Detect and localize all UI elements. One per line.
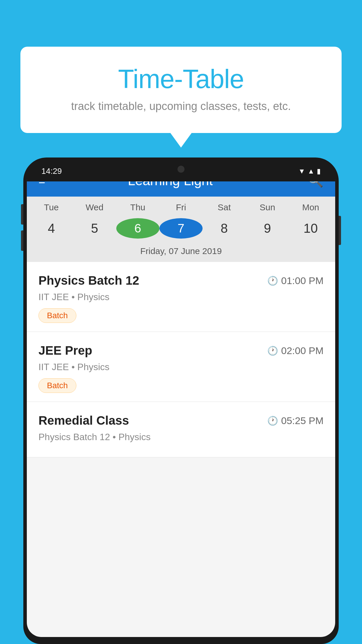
- day-labels: Tue Wed Thu Fri Sat Sun Mon: [27, 202, 335, 215]
- class-card-3[interactable]: Remedial Class 🕐 05:25 PM Physics Batch …: [27, 402, 335, 457]
- class-time-text-3: 05:25 PM: [281, 415, 324, 426]
- class-time-1: 🕐 01:00 PM: [267, 275, 324, 286]
- day-10[interactable]: 10: [289, 221, 332, 236]
- class-meta-1: IIT JEE • Physics: [38, 292, 324, 302]
- phone-mockup: 14:29 ▼ ▲ ▮ ≡ Learning Light 🔍 Tue: [23, 158, 339, 644]
- class-card-1[interactable]: Physics Batch 12 🕐 01:00 PM IIT JEE • Ph…: [27, 262, 335, 332]
- signal-icon: ▲: [307, 167, 314, 175]
- bubble-subtitle: track timetable, upcoming classes, tests…: [44, 100, 318, 113]
- day-7-selected[interactable]: 7: [159, 218, 203, 239]
- camera: [178, 166, 184, 173]
- day-9[interactable]: 9: [246, 221, 289, 236]
- batch-badge-1: Batch: [38, 308, 76, 323]
- wifi-icon: ▼: [298, 167, 305, 175]
- clock-icon-2: 🕐: [267, 346, 278, 356]
- class-time-text-2: 02:00 PM: [281, 345, 324, 356]
- day-label-sat: Sat: [203, 202, 246, 212]
- day-6-today[interactable]: 6: [116, 218, 159, 239]
- day-label-fri: Fri: [159, 202, 203, 212]
- status-icons: ▼ ▲ ▮: [298, 167, 321, 175]
- volume-buttons: [21, 204, 23, 251]
- clock-icon-1: 🕐: [267, 276, 278, 286]
- power-button: [339, 216, 341, 245]
- batch-badge-2: Batch: [38, 378, 76, 393]
- class-name-1: Physics Batch 12: [38, 274, 139, 288]
- app-screen: ≡ Learning Light 🔍 Tue Wed Thu Fri Sat S…: [27, 164, 335, 637]
- battery-icon: ▮: [317, 167, 321, 175]
- status-time: 14:29: [41, 167, 62, 176]
- vol-up-button: [21, 204, 23, 225]
- class-name-3: Remedial Class: [38, 414, 129, 428]
- class-card-2[interactable]: JEE Prep 🕐 02:00 PM IIT JEE • Physics Ba…: [27, 332, 335, 402]
- phone-outer: 14:29 ▼ ▲ ▮ ≡ Learning Light 🔍 Tue: [23, 158, 339, 644]
- class-time-3: 🕐 05:25 PM: [267, 415, 324, 426]
- notch: [164, 161, 198, 177]
- day-4[interactable]: 4: [30, 221, 73, 236]
- class-meta-2: IIT JEE • Physics: [38, 362, 324, 372]
- classes-list: Physics Batch 12 🕐 01:00 PM IIT JEE • Ph…: [27, 262, 335, 457]
- day-label-wed: Wed: [73, 202, 116, 212]
- bubble-title: Time-Table: [44, 64, 318, 94]
- class-meta-3: Physics Batch 12 • Physics: [38, 432, 324, 442]
- day-numbers: 4 5 6 7 8 9 10: [27, 215, 335, 242]
- clock-icon-3: 🕐: [267, 416, 278, 426]
- speech-bubble: Time-Table track timetable, upcoming cla…: [20, 47, 342, 133]
- status-bar: 14:29 ▼ ▲ ▮: [27, 161, 335, 181]
- day-8[interactable]: 8: [203, 221, 246, 236]
- speech-bubble-container: Time-Table track timetable, upcoming cla…: [20, 47, 342, 133]
- day-label-sun: Sun: [246, 202, 289, 212]
- day-label-thu: Thu: [116, 202, 159, 212]
- day-label-tue: Tue: [30, 202, 73, 212]
- class-time-text-1: 01:00 PM: [281, 275, 324, 286]
- calendar-header: Tue Wed Thu Fri Sat Sun Mon 4 5 6 7 8 9 …: [27, 197, 335, 262]
- class-card-1-header: Physics Batch 12 🕐 01:00 PM: [38, 274, 324, 288]
- class-time-2: 🕐 02:00 PM: [267, 345, 324, 356]
- day-5[interactable]: 5: [73, 221, 116, 236]
- class-name-2: JEE Prep: [38, 344, 92, 358]
- day-label-mon: Mon: [289, 202, 332, 212]
- class-card-3-header: Remedial Class 🕐 05:25 PM: [38, 414, 324, 428]
- class-card-2-header: JEE Prep 🕐 02:00 PM: [38, 344, 324, 358]
- vol-down-button: [21, 230, 23, 251]
- selected-date: Friday, 07 June 2019: [27, 242, 335, 262]
